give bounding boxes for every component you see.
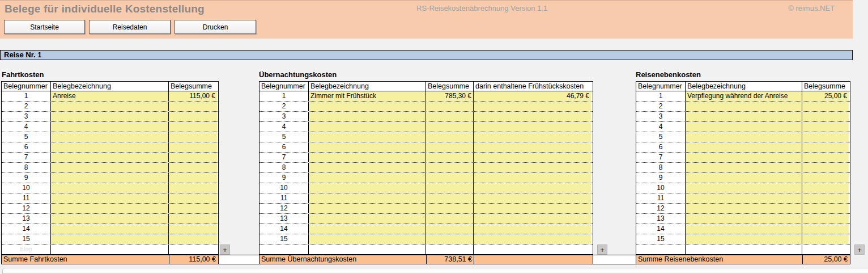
description-cell[interactable] — [686, 142, 802, 152]
amount-cell[interactable] — [169, 234, 217, 244]
description-cell[interactable] — [309, 163, 426, 172]
breakfast-cost-cell[interactable] — [474, 183, 591, 193]
description-cell[interactable] — [309, 112, 426, 121]
breakfast-cost-cell[interactable] — [474, 214, 591, 224]
breakfast-cost-cell[interactable] — [474, 224, 591, 234]
description-cell[interactable] — [686, 122, 802, 132]
amount-cell[interactable] — [426, 234, 474, 244]
startseite-button[interactable]: Startseite — [4, 20, 85, 34]
breakfast-cost-cell[interactable] — [474, 102, 591, 111]
amount-cell[interactable] — [802, 153, 849, 162]
description-cell[interactable] — [51, 245, 169, 254]
description-cell[interactable] — [309, 122, 426, 132]
description-cell[interactable] — [51, 163, 169, 172]
breakfast-cost-cell[interactable] — [474, 122, 591, 132]
description-cell[interactable] — [51, 224, 169, 234]
amount-cell[interactable] — [426, 153, 474, 162]
breakfast-cost-cell[interactable] — [474, 204, 591, 213]
description-cell[interactable] — [51, 204, 169, 213]
description-cell[interactable] — [686, 153, 802, 162]
description-cell[interactable]: Zimmer mit Frühstück — [309, 91, 426, 101]
amount-cell[interactable] — [426, 193, 474, 203]
description-cell[interactable] — [51, 193, 169, 203]
description-cell[interactable] — [686, 224, 802, 234]
description-cell[interactable] — [686, 193, 802, 203]
amount-cell[interactable] — [802, 204, 849, 213]
amount-cell[interactable] — [169, 122, 217, 132]
description-cell[interactable]: Verpflegung während der Anreise — [686, 91, 802, 101]
amount-cell[interactable] — [169, 173, 217, 183]
add-row-button-reisenebenkosten[interactable]: + — [854, 245, 865, 255]
description-cell[interactable] — [51, 214, 169, 224]
drucken-button[interactable]: Drucken — [175, 20, 256, 34]
description-cell[interactable] — [309, 214, 426, 224]
breakfast-cost-cell[interactable] — [474, 234, 591, 244]
description-cell[interactable] — [309, 204, 426, 213]
amount-cell[interactable] — [169, 183, 217, 193]
amount-cell[interactable] — [802, 234, 849, 244]
description-cell[interactable] — [51, 122, 169, 132]
amount-cell[interactable] — [802, 112, 849, 121]
amount-cell[interactable] — [426, 122, 474, 132]
amount-cell[interactable]: 25,00 € — [802, 91, 849, 101]
description-cell[interactable] — [309, 234, 426, 244]
breakfast-cost-cell[interactable] — [474, 163, 591, 172]
amount-cell[interactable] — [426, 173, 474, 183]
breakfast-cost-cell[interactable] — [474, 245, 591, 254]
description-cell[interactable] — [51, 153, 169, 162]
amount-cell[interactable] — [169, 153, 217, 162]
description-cell[interactable] — [686, 183, 802, 193]
breakfast-cost-cell[interactable] — [474, 112, 591, 121]
description-cell[interactable]: Anreise — [51, 91, 169, 101]
amount-cell[interactable] — [802, 193, 849, 203]
breakfast-cost-cell[interactable] — [474, 193, 591, 203]
amount-cell[interactable] — [169, 163, 217, 172]
description-cell[interactable] — [686, 112, 802, 121]
amount-cell[interactable] — [802, 163, 849, 172]
amount-cell[interactable] — [802, 102, 849, 111]
breakfast-cost-cell[interactable] — [474, 132, 591, 142]
amount-cell[interactable] — [426, 102, 474, 111]
amount-cell[interactable] — [426, 224, 474, 234]
amount-cell[interactable] — [802, 122, 849, 132]
description-cell[interactable] — [309, 193, 426, 203]
description-cell[interactable] — [51, 132, 169, 142]
amount-cell[interactable] — [802, 224, 849, 234]
amount-cell[interactable] — [169, 102, 217, 111]
amount-cell[interactable] — [169, 204, 217, 213]
amount-cell[interactable] — [426, 214, 474, 224]
bottom-scrollbar-track[interactable] — [2, 268, 868, 274]
breakfast-cost-cell[interactable]: 46,79 € — [474, 91, 591, 101]
amount-cell[interactable] — [802, 245, 849, 254]
amount-cell[interactable] — [426, 142, 474, 152]
amount-cell[interactable] — [426, 112, 474, 121]
amount-cell[interactable] — [169, 193, 217, 203]
description-cell[interactable] — [686, 245, 802, 254]
description-cell[interactable] — [686, 234, 802, 244]
amount-cell[interactable] — [169, 214, 217, 224]
breakfast-cost-cell[interactable] — [474, 142, 591, 152]
amount-cell[interactable] — [426, 163, 474, 172]
description-cell[interactable] — [309, 153, 426, 162]
amount-cell[interactable] — [169, 112, 217, 121]
description-cell[interactable] — [686, 204, 802, 213]
description-cell[interactable] — [51, 234, 169, 244]
reisedaten-button[interactable]: Reisedaten — [89, 20, 171, 34]
amount-cell[interactable] — [802, 132, 849, 142]
description-cell[interactable] — [309, 224, 426, 234]
add-row-button-fahrtkosten[interactable]: + — [220, 245, 230, 255]
amount-cell[interactable] — [426, 245, 474, 254]
amount-cell[interactable] — [802, 183, 849, 193]
breakfast-cost-cell[interactable] — [474, 173, 591, 183]
amount-cell[interactable] — [426, 183, 474, 193]
description-cell[interactable] — [309, 245, 426, 254]
amount-cell[interactable] — [426, 204, 474, 213]
amount-cell[interactable] — [802, 142, 849, 152]
description-cell[interactable] — [686, 214, 802, 224]
amount-cell[interactable] — [802, 173, 849, 183]
amount-cell[interactable] — [426, 132, 474, 142]
description-cell[interactable] — [51, 142, 169, 152]
amount-cell[interactable] — [169, 132, 217, 142]
description-cell[interactable] — [686, 173, 802, 183]
amount-cell[interactable] — [169, 142, 217, 152]
